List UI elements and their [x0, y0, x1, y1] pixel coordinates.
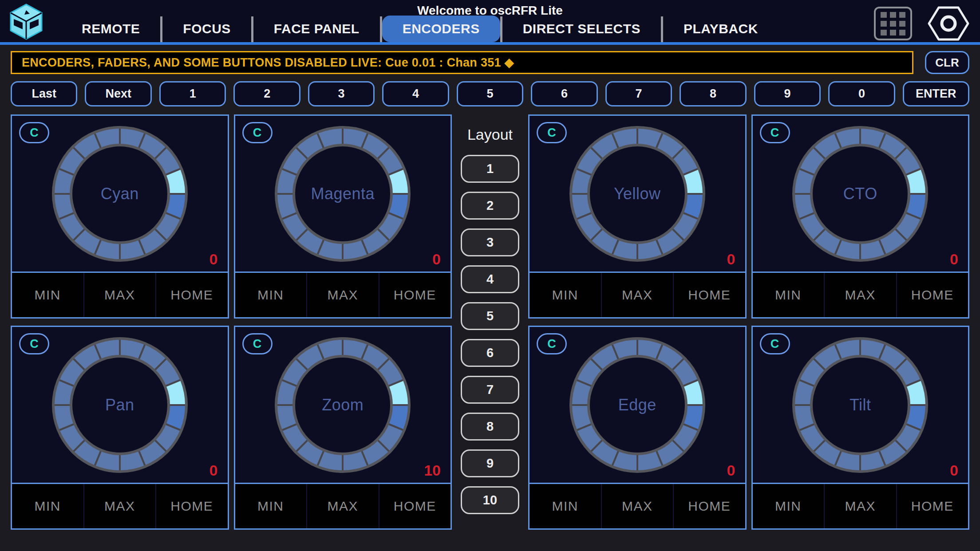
encoder-button-bar: MIN MAX HOME	[235, 273, 451, 317]
encoder-button-bar: MIN MAX HOME	[753, 273, 968, 317]
top-bar: Welcome to oscRFR Lite REMOTEFOCUSFACE P…	[0, 0, 980, 45]
clear-parameter-button[interactable]: C	[242, 122, 273, 143]
key-2[interactable]: 2	[233, 81, 300, 106]
home-button[interactable]: HOME	[379, 484, 451, 528]
max-button[interactable]: MAX	[824, 484, 896, 528]
home-button[interactable]: HOME	[673, 484, 745, 528]
layout-button-2[interactable]: 2	[461, 192, 519, 220]
key-8[interactable]: 8	[680, 81, 746, 106]
tab-bar: REMOTEFOCUSFACE PANELENCODERSDIRECT SELE…	[61, 16, 778, 42]
layout-button-3[interactable]: 3	[461, 228, 519, 256]
max-button[interactable]: MAX	[601, 484, 673, 528]
home-button[interactable]: HOME	[896, 273, 968, 317]
encoder-grid: Layout 12345678910 C Cyan 0 MIN MAX HOME…	[11, 114, 969, 530]
clear-parameter-button[interactable]: C	[242, 333, 273, 354]
encoder-value: 0	[727, 462, 735, 479]
layout-button-4[interactable]: 4	[461, 265, 519, 293]
home-button[interactable]: HOME	[155, 484, 228, 528]
layout-title: Layout	[467, 126, 513, 143]
status-row: ENCODERS, FADERS, AND SOME BUTTONS DISAB…	[11, 51, 969, 74]
max-button[interactable]: MAX	[824, 273, 896, 317]
tab-focus[interactable]: FOCUS	[162, 16, 251, 42]
encoder-button-bar: MIN MAX HOME	[12, 273, 228, 317]
layout-button-7[interactable]: 7	[461, 376, 519, 404]
encoder-wheel[interactable]	[273, 336, 412, 474]
layout-button-5[interactable]: 5	[461, 302, 519, 330]
keypad-grid-icon[interactable]	[873, 6, 913, 41]
min-button[interactable]: MIN	[235, 484, 307, 528]
tab-divider	[380, 16, 382, 42]
clear-parameter-button[interactable]: C	[19, 122, 49, 143]
home-button[interactable]: HOME	[896, 484, 968, 528]
layout-button-1[interactable]: 1	[461, 155, 519, 183]
encoder-value: 0	[432, 251, 441, 268]
max-button[interactable]: MAX	[306, 484, 379, 528]
encoder-value: 0	[950, 251, 958, 268]
layout-button-9[interactable]: 9	[461, 449, 519, 477]
encoder-panel-yellow: C Yellow 0 MIN MAX HOME	[528, 114, 747, 319]
clear-parameter-button[interactable]: C	[19, 333, 49, 354]
encoder-wheel-area: C Zoom 10	[235, 327, 451, 484]
encoder-wheel-area: C Yellow 0	[530, 116, 745, 273]
encoder-panel-cyan: C Cyan 0 MIN MAX HOME	[11, 114, 229, 319]
settings-hex-icon[interactable]	[928, 5, 969, 42]
encoder-wheel-area: C Pan 0	[12, 327, 228, 484]
tab-face-panel[interactable]: FACE PANEL	[253, 16, 380, 42]
key-9[interactable]: 9	[754, 81, 821, 106]
tab-playback[interactable]: PLAYBACK	[663, 16, 778, 42]
key-last[interactable]: Last	[11, 81, 77, 106]
key-7[interactable]: 7	[605, 81, 672, 106]
key-3[interactable]: 3	[308, 81, 375, 106]
key-enter[interactable]: ENTER	[903, 81, 969, 106]
clear-button[interactable]: CLR	[925, 51, 969, 74]
layout-button-6[interactable]: 6	[461, 339, 519, 367]
key-4[interactable]: 4	[382, 81, 449, 106]
clear-parameter-button[interactable]: C	[760, 333, 790, 354]
encoder-wheel[interactable]	[568, 125, 707, 263]
min-button[interactable]: MIN	[12, 484, 83, 528]
max-button[interactable]: MAX	[601, 273, 673, 317]
key-5[interactable]: 5	[457, 81, 523, 106]
key-row: LastNext1234567890ENTER	[11, 81, 969, 106]
home-button[interactable]: HOME	[379, 273, 451, 317]
encoder-panel-magenta: C Magenta 0 MIN MAX HOME	[234, 114, 452, 319]
max-button[interactable]: MAX	[83, 484, 156, 528]
tab-direct-selects[interactable]: DIRECT SELECTS	[502, 16, 661, 42]
min-button[interactable]: MIN	[530, 484, 601, 528]
status-message: ENCODERS, FADERS, AND SOME BUTTONS DISAB…	[11, 51, 913, 74]
min-button[interactable]: MIN	[530, 273, 601, 317]
encoder-wheel[interactable]	[791, 336, 929, 474]
encoder-wheel[interactable]	[791, 125, 929, 263]
encoder-panel-tilt: C Tilt 0 MIN MAX HOME	[751, 326, 970, 530]
min-button[interactable]: MIN	[753, 484, 824, 528]
max-button[interactable]: MAX	[83, 273, 156, 317]
encoder-value: 0	[727, 251, 735, 268]
key-next[interactable]: Next	[85, 81, 151, 106]
topbar-icons	[873, 5, 969, 42]
max-button[interactable]: MAX	[306, 273, 379, 317]
clear-parameter-button[interactable]: C	[760, 122, 790, 143]
clear-parameter-button[interactable]: C	[537, 333, 567, 354]
layout-button-10[interactable]: 10	[461, 486, 519, 514]
key-0[interactable]: 0	[828, 81, 895, 106]
min-button[interactable]: MIN	[12, 273, 83, 317]
clear-parameter-button[interactable]: C	[537, 122, 567, 143]
home-button[interactable]: HOME	[673, 273, 745, 317]
encoder-button-bar: MIN MAX HOME	[235, 484, 451, 528]
encoder-value: 0	[950, 462, 958, 479]
encoder-wheel[interactable]	[273, 125, 412, 263]
key-6[interactable]: 6	[531, 81, 597, 106]
encoder-panel-cto: C CTO 0 MIN MAX HOME	[751, 114, 970, 319]
min-button[interactable]: MIN	[753, 273, 824, 317]
encoder-wheel[interactable]	[51, 125, 189, 263]
key-1[interactable]: 1	[159, 81, 226, 106]
encoder-value: 10	[424, 462, 441, 479]
layout-column: Layout 12345678910	[457, 114, 523, 530]
encoder-wheel[interactable]	[568, 336, 707, 474]
layout-button-8[interactable]: 8	[461, 413, 519, 441]
encoder-wheel[interactable]	[51, 336, 189, 474]
tab-encoders[interactable]: ENCODERS	[382, 16, 500, 42]
tab-remote[interactable]: REMOTE	[61, 16, 160, 42]
min-button[interactable]: MIN	[235, 273, 307, 317]
home-button[interactable]: HOME	[155, 273, 228, 317]
